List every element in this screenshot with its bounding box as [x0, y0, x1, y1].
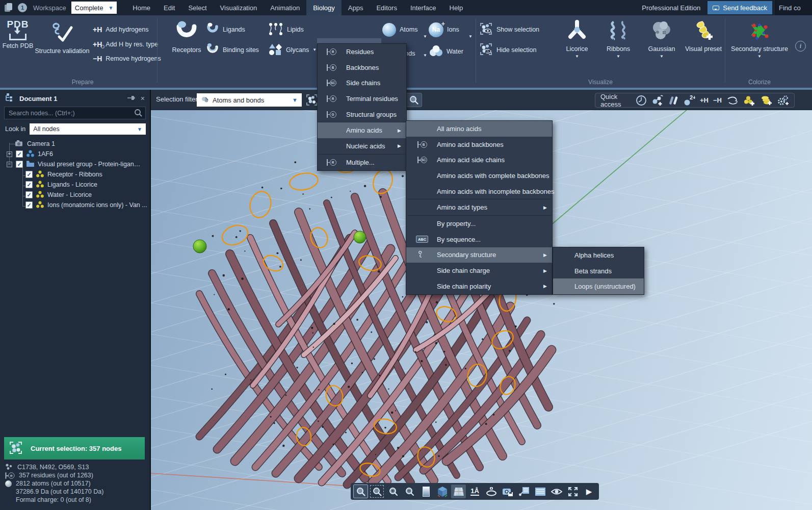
add-atoms-icon[interactable]	[651, 94, 664, 107]
orientation-cube-icon[interactable]	[435, 484, 450, 498]
menu-item-terminal-residues[interactable]: RTerminal residues	[318, 91, 406, 107]
checkbox-checked[interactable]: ✓	[16, 150, 23, 158]
grid-toggle-button[interactable]	[451, 484, 466, 498]
ribbons-button[interactable]: Ribbons ▼	[600, 19, 637, 59]
menu-item-by-property[interactable]: By property...	[406, 216, 552, 232]
search-selection-button[interactable]	[406, 93, 422, 107]
tree-item-1af6[interactable]: + ✓ 1AF6	[7, 149, 53, 159]
menu-select[interactable]: Select	[181, 0, 213, 15]
menu-item-secondary-structure[interactable]: Secondary structure▶	[406, 247, 552, 263]
zoom-in-button[interactable]	[386, 484, 401, 498]
chevron-down-icon[interactable]: ▼	[660, 55, 664, 59]
add-hydrogens-button[interactable]: +H Add hydrogens	[93, 23, 148, 36]
measure-icon[interactable]	[668, 94, 678, 107]
atoms-button[interactable]: Atoms	[382, 23, 417, 36]
eye-icon[interactable]	[549, 484, 564, 498]
checkbox-checked[interactable]: ✓	[25, 201, 33, 209]
menu-editors[interactable]: Editors	[370, 0, 403, 15]
licorice-button[interactable]: Licorice ▼	[559, 19, 595, 59]
menu-item-nucleic-acids[interactable]: Nucleic acids▶	[318, 138, 406, 154]
pin-icon[interactable]	[127, 95, 136, 103]
add-h-by-res-type-button[interactable]: +H Add H by res. type	[93, 38, 158, 51]
menu-item-incomplete-backbones[interactable]: Amino acids with incomplete backbones	[406, 184, 552, 199]
menu-edit[interactable]: Edit	[157, 0, 181, 15]
quick-remove-h-button[interactable]: −H	[713, 96, 722, 104]
find-command-box[interactable]: Find co	[775, 0, 812, 15]
chevron-down-icon[interactable]: ▼	[616, 55, 620, 59]
selection-filter-dropdown[interactable]: Atoms and bonds ▼	[197, 93, 302, 107]
settings-gears-icon[interactable]	[777, 94, 789, 107]
expand-icon[interactable]: +	[7, 151, 12, 157]
notification-badge[interactable]: 1	[18, 3, 27, 12]
tree-item-camera[interactable]: Camera 1	[15, 139, 55, 149]
menu-item-structural-groups[interactable]: GStructural groups	[318, 107, 406, 122]
checkbox-checked[interactable]: ✓	[25, 171, 33, 178]
menu-item-complete-backbones[interactable]: Amino acids with complete backbones	[406, 168, 552, 184]
bonds-chevron-down-icon[interactable]: ▼	[423, 54, 427, 58]
play-button[interactable]: ▶	[582, 484, 596, 498]
menu-item-amino-acids[interactable]: Amino acids▶	[318, 122, 406, 138]
collapse-icon[interactable]: −	[7, 162, 12, 167]
menu-item-beta-strands[interactable]: Beta strands	[553, 263, 644, 279]
close-icon[interactable]: ×	[141, 94, 145, 103]
tree-item-visual-preset-group[interactable]: − ✓ Visual preset group - Protein-ligand…	[7, 159, 142, 169]
menu-item-amino-acid-backbones[interactable]: BAmino acid backbones	[406, 137, 552, 152]
ruler-button[interactable]: 1Å	[467, 484, 482, 498]
binding-sites-button[interactable]: Binding sites	[206, 43, 259, 57]
hide-selection-button[interactable]: Hide selection	[479, 43, 537, 57]
show-selection-button[interactable]: Show selection	[479, 23, 539, 36]
menu-item-multiple[interactable]: RMultiple...	[318, 155, 406, 170]
receptors-button[interactable]: Receptors	[168, 20, 205, 54]
secondary-structure-color-button[interactable]: Secondary structure ▼	[728, 19, 791, 59]
menu-item-alpha-helices[interactable]: Alpha helices	[553, 247, 644, 263]
glycans-button[interactable]: Glycans ▼	[268, 43, 317, 57]
send-feedback-button[interactable]: Send feedback	[708, 1, 772, 14]
atoms-chevron-down-icon[interactable]: ▼	[423, 35, 427, 39]
water-button[interactable]: Water	[429, 45, 463, 58]
menu-item-side-chain-charge[interactable]: Side chain charge▶	[406, 263, 552, 278]
zoom-out-button[interactable]	[402, 484, 417, 498]
background-button[interactable]	[418, 484, 433, 498]
menu-item-by-sequence[interactable]: ABCBy sequence...	[406, 232, 552, 247]
panel-view-button[interactable]	[533, 484, 547, 498]
chevron-down-icon[interactable]: ▼	[575, 55, 579, 59]
menu-item-amino-acid-side-chains[interactable]: SCAmino acid side chains	[406, 152, 552, 168]
visual-preset-button[interactable]: Visual preset	[683, 19, 724, 53]
menu-help[interactable]: Help	[443, 0, 470, 15]
chevron-down-icon[interactable]: ▼	[757, 55, 762, 59]
set-charge-icon[interactable]: 2+	[683, 94, 695, 107]
info-icon[interactable]: i	[795, 41, 806, 52]
chevron-down-icon[interactable]: ▼	[312, 48, 317, 52]
attach-view-button[interactable]	[516, 484, 531, 498]
menu-biology[interactable]: Biology	[306, 0, 342, 15]
checkbox-checked[interactable]: ✓	[16, 161, 23, 168]
tree-item-ions[interactable]: ✓ Ions (monatomic ions only) - Van ...	[25, 200, 147, 210]
ions-button[interactable]: Na + Ions	[429, 23, 459, 36]
quick-add-h-button[interactable]: +H	[700, 96, 709, 104]
menu-home[interactable]: Home	[126, 0, 157, 15]
history-gauge-icon[interactable]	[636, 94, 647, 107]
checkbox-checked[interactable]: ✓	[25, 191, 33, 198]
search-input[interactable]	[4, 107, 146, 119]
turntable-button[interactable]	[484, 484, 499, 498]
menu-interface[interactable]: Interface	[404, 0, 443, 15]
menu-item-side-chain-polarity[interactable]: Side chain polarity▶	[406, 278, 552, 294]
look-in-dropdown[interactable]: All nodes ▼	[30, 123, 146, 135]
menu-item-side-chains[interactable]: SCSide chains	[318, 75, 406, 91]
menu-item-residues[interactable]: RResidues	[318, 44, 406, 60]
tree-item-receptor-ribbons[interactable]: ✓ Receptor - Ribbons	[25, 169, 102, 180]
minimize-energy-icon[interactable]	[726, 94, 739, 107]
menu-item-all-amino-acids[interactable]: All amino acids	[406, 121, 552, 137]
documents-icon[interactable]	[5, 3, 13, 12]
zoom-region-button[interactable]	[370, 484, 384, 498]
structure-validation-button[interactable]: Structure validation	[32, 20, 93, 55]
search-icon[interactable]	[134, 109, 143, 119]
menu-item-loops-unstructured[interactable]: Loops (unstructured)	[553, 278, 644, 294]
checkbox-checked[interactable]: ✓	[25, 181, 33, 188]
fetch-pdb-button[interactable]: PDB Fetch PDB	[3, 19, 33, 49]
add-group-icon[interactable]	[743, 94, 755, 107]
zoom-tool-button[interactable]	[353, 484, 368, 498]
add-preset-icon[interactable]	[760, 94, 772, 107]
remove-hydrogens-button[interactable]: −H Remove hydrogens	[93, 52, 161, 65]
menu-item-amino-acid-types[interactable]: Amino acid types▶	[406, 199, 552, 215]
